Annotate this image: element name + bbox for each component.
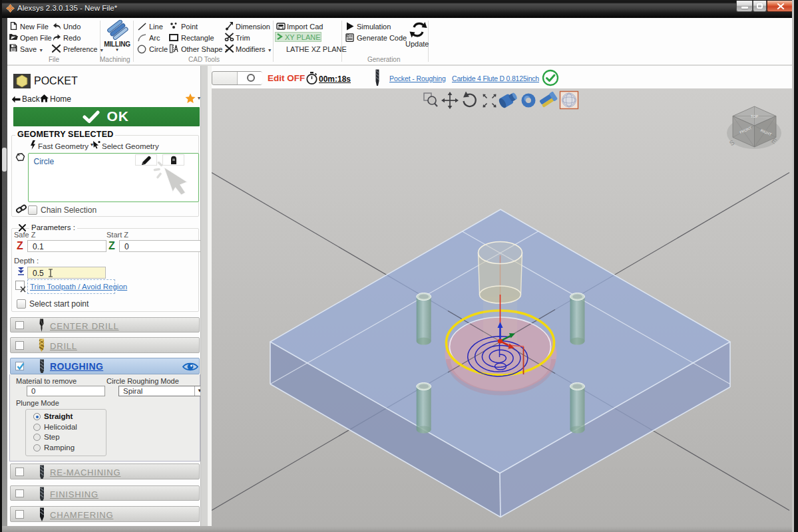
svg-text:TOP: TOP [751, 114, 759, 118]
